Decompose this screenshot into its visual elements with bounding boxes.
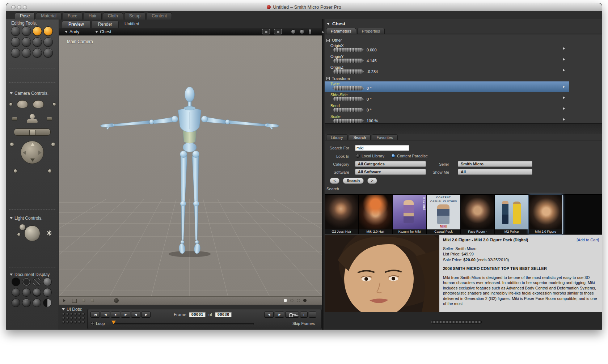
pose-view-window-icon[interactable] — [274, 29, 282, 34]
parameter-menu-arrow-icon[interactable] — [563, 96, 565, 99]
ui-dot[interactable] — [74, 321, 77, 323]
originy-value[interactable]: 4.145 — [367, 59, 377, 63]
scale-value[interactable]: 100 % — [367, 119, 378, 123]
edit-keyframes-button[interactable] — [285, 312, 299, 318]
delete-keyframe-button[interactable]: − — [309, 312, 316, 318]
ui-dot[interactable] — [70, 321, 73, 323]
search-button[interactable]: Search — [343, 178, 364, 184]
timeline-scrubber-track[interactable] — [113, 323, 254, 325]
grouping-tool-icon[interactable] — [11, 48, 20, 58]
light-intensity-sphere[interactable] — [24, 225, 40, 241]
ui-dot[interactable] — [66, 317, 69, 319]
strip-knob-icon[interactable] — [91, 299, 94, 302]
trackball-down-arrow[interactable] — [30, 158, 35, 162]
camera-dolly-icon[interactable] — [308, 29, 312, 35]
ui-dot[interactable] — [74, 317, 77, 319]
display-style-wireframe-icon[interactable] — [33, 278, 41, 286]
show-me-dropdown[interactable]: All — [458, 169, 532, 175]
stop-button[interactable]: ■ — [111, 312, 120, 318]
disclosure-triangle-icon[interactable] — [10, 274, 13, 276]
parameter-menu-arrow-icon[interactable] — [563, 69, 565, 72]
zoom-window-icon[interactable] — [23, 5, 27, 9]
collapse-group-icon[interactable] — [326, 77, 330, 80]
tab-library[interactable]: Library — [326, 134, 348, 140]
disclosure-triangle-icon[interactable] — [10, 217, 13, 219]
skip-frames-label[interactable]: Skip Frames — [292, 321, 315, 326]
camera-roll-knob[interactable] — [13, 169, 17, 173]
local-library-radio[interactable] — [356, 154, 360, 158]
light-controls-label[interactable]: Light Controls. — [10, 216, 42, 221]
morphing-tool-icon[interactable] — [33, 48, 42, 58]
camera-knob-icon[interactable] — [9, 102, 13, 106]
side-side-value[interactable]: 0 ° — [367, 97, 372, 101]
tab-face[interactable]: Face — [63, 12, 83, 20]
page-dot-icon[interactable] — [290, 299, 294, 302]
ui-dot[interactable] — [78, 317, 81, 319]
display-style-texture-shaded-icon[interactable] — [33, 299, 41, 307]
trackball-camera-control[interactable] — [21, 141, 44, 164]
strip-knob-icon[interactable] — [82, 299, 85, 302]
ui-dot[interactable] — [82, 313, 85, 316]
twist-value[interactable]: 0 ° — [367, 86, 372, 90]
tab-parameters[interactable]: Parameters — [326, 28, 356, 34]
display-style-smooth-lined-icon[interactable] — [22, 299, 31, 307]
right-camera-icon[interactable] — [47, 117, 52, 120]
parameters-actor-header[interactable]: Chest — [327, 21, 345, 26]
thumbnail-face-room[interactable]: Face Room - — [461, 195, 495, 234]
right-hand-camera-icon[interactable] — [33, 100, 44, 108]
loop-indicator[interactable] — [91, 322, 94, 325]
rotate-tool-icon[interactable] — [11, 26, 20, 36]
trackball-left-arrow[interactable] — [23, 151, 26, 155]
tab-content[interactable]: Content — [147, 12, 172, 20]
thumbnail-g2-jessi-hair[interactable]: G2 Jessi Hair — [325, 195, 359, 234]
side-side-dial[interactable] — [333, 97, 364, 101]
loop-label[interactable]: Loop — [96, 321, 105, 326]
seller-dropdown[interactable]: Smith Micro — [458, 161, 532, 167]
total-frames-field[interactable]: 00030 — [215, 312, 232, 317]
strip-play-icon[interactable] — [63, 299, 66, 302]
display-style-smooth-shaded-icon[interactable] — [12, 299, 20, 307]
panel-expand-icon[interactable] — [322, 31, 324, 33]
twist-dial[interactable] — [333, 86, 364, 90]
page-dot-icon[interactable] — [297, 299, 300, 302]
ui-dot[interactable] — [82, 321, 85, 323]
panel-divider[interactable] — [322, 19, 325, 330]
local-library-radio-label[interactable]: Local Library — [362, 154, 384, 158]
ui-dot[interactable] — [78, 313, 81, 316]
ui-dot[interactable] — [78, 321, 81, 323]
chain-break-tool-icon[interactable] — [33, 37, 42, 47]
ui-dot[interactable] — [62, 321, 65, 323]
camera-dolly-knob[interactable] — [10, 142, 14, 147]
create-light-icon[interactable] — [47, 230, 52, 236]
tab-render[interactable]: Render — [92, 21, 119, 28]
display-style-flat-lined-icon[interactable] — [33, 288, 41, 297]
ui-dot[interactable] — [62, 317, 65, 319]
disclosure-triangle-icon[interactable] — [62, 308, 65, 310]
camera-controls-label[interactable]: Camera Controls. — [10, 91, 48, 96]
thumbnail-miki-figure[interactable]: Miki 2.0 Figure — [529, 195, 563, 234]
group-header-transform[interactable]: Transform — [325, 76, 602, 81]
tab-cloth[interactable]: Cloth — [103, 12, 123, 20]
camera-knob-icon[interactable] — [52, 102, 56, 106]
twist-tool-icon[interactable] — [22, 26, 31, 36]
first-frame-button[interactable]: |◀ — [90, 312, 100, 318]
horizontal-scrollbar[interactable] — [431, 321, 482, 323]
ui-dot[interactable] — [82, 317, 85, 319]
face-camera-icon[interactable] — [26, 114, 38, 123]
parameter-menu-arrow-icon[interactable] — [563, 85, 565, 88]
thumbnail-kazumi[interactable]: Kazumi Kazumi for Miki — [393, 195, 427, 234]
disclosure-triangle-icon[interactable] — [327, 23, 330, 25]
translate-pull-tool-icon[interactable] — [33, 26, 42, 36]
disclosure-triangle-icon[interactable] — [10, 92, 13, 94]
display-style-lit-wireframe-icon[interactable] — [12, 288, 20, 297]
software-dropdown[interactable]: All Software — [355, 169, 426, 175]
originz-value[interactable]: -0.234 — [367, 69, 378, 74]
parameter-menu-arrow-icon[interactable] — [563, 118, 565, 121]
close-window-icon[interactable] — [11, 5, 16, 9]
scale-tool-icon[interactable] — [11, 37, 20, 47]
display-style-cartoon-icon[interactable] — [43, 288, 52, 297]
display-style-hidden-line-icon[interactable] — [43, 278, 52, 286]
tab-material[interactable]: Material — [36, 12, 62, 20]
prev-page-button[interactable]: < — [330, 178, 339, 184]
display-style-flat-shaded-icon[interactable] — [22, 288, 31, 297]
